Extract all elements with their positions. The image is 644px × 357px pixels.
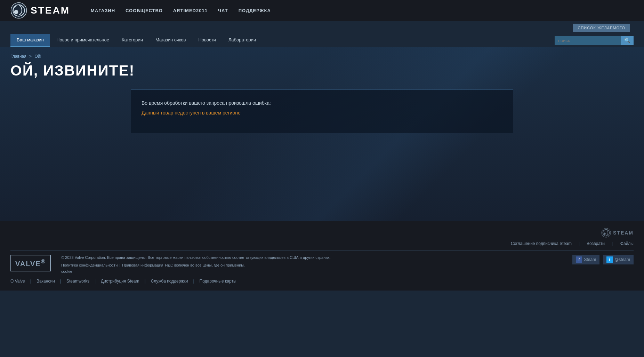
footer-bl-sep-1: | [30,279,31,284]
footer-link-privacy[interactable]: Политика конфиденциальности [61,263,118,267]
main-content: Главная > Ой! ОЙ, ИЗВИНИТЕ! Во время обр… [0,47,644,221]
footer-steam-logo-row: STEAM [10,228,634,238]
footer-main: VALVE® © 2023 Valve Corporation. Все пра… [10,255,634,273]
search-button[interactable]: 🔍 [621,36,634,45]
site-header: STEAM МАГАЗИН СООБЩЕСТВО ARTIMED2011 ЧАТ… [0,0,644,21]
twitter-icon: t [606,256,613,263]
footer-twitter-link[interactable]: t @steam [603,255,634,264]
footer-link-legal[interactable]: Правовая информация [122,263,163,267]
footer-bl-sep-4: | [145,279,146,284]
footer-bl-sep-5: | [193,279,194,284]
sub-nav-points-shop[interactable]: Магазин очков [149,34,192,47]
sub-nav: Ваш магазин Новое и примечательное Катег… [10,34,262,47]
nav-chat[interactable]: ЧАТ [218,8,228,13]
steam-logo-text: STEAM [31,5,70,16]
footer-link-jobs[interactable]: Вакансии [37,279,55,284]
search-input[interactable] [555,36,621,45]
breadcrumb-separator: > [29,54,32,59]
footer-link-support-service[interactable]: Служба поддержки [151,279,188,284]
breadcrumb-home[interactable]: Главная [10,54,26,59]
steam-logo-icon [10,2,27,19]
svg-point-2 [14,10,18,14]
footer-bottom-links: О Valve | Вакансии | Steamworks | Дистри… [10,279,634,284]
footer-link-steamworks[interactable]: Steamworks [66,279,89,284]
sub-nav-news[interactable]: Новости [192,34,222,47]
breadcrumb: Главная > Ой! [10,54,634,59]
footer-link-returns[interactable]: Возвраты [587,241,605,246]
sub-nav-your-store[interactable]: Ваш магазин [10,34,50,47]
footer-steam-logo-text: STEAM [613,230,634,236]
nav-community[interactable]: СООБЩЕСТВО [126,8,163,13]
sub-header-top: СПИСОК ЖЕЛАЕМОГО [10,24,634,32]
footer-text-block: © 2023 Valve Corporation. Все права защи… [61,255,562,273]
footer-valve-logo: VALVE® [10,255,51,271]
error-detail: Данный товар недоступен в вашем регионе [142,110,502,116]
footer-steam-icon [601,228,611,238]
footer-link-subscriber-agreement[interactable]: Соглашение подписчика Steam [511,241,572,246]
wishlist-button[interactable]: СПИСОК ЖЕЛАЕМОГО [573,24,630,32]
footer-link-about-valve[interactable]: О Valve [10,279,25,284]
steam-logo[interactable]: STEAM [10,2,70,19]
footer-facebook-label: Steam [584,257,596,262]
sub-nav-categories[interactable]: Категории [115,34,149,47]
footer-link-files[interactable]: Файлы [620,241,634,246]
sub-nav-row: Ваш магазин Новое и примечательное Катег… [10,34,634,47]
footer-link-distribution[interactable]: Дистрибуция Steam [101,279,139,284]
nav-store[interactable]: МАГАЗИН [91,8,115,13]
footer-sep-1: | [579,241,580,246]
footer-link-gift-cards[interactable]: Подарочные карты [200,279,236,284]
footer-cookie-link[interactable]: cookie [61,269,72,273]
error-title: ОЙ, ИЗВИНИТЕ! [10,62,634,79]
nav-support[interactable]: ПОДДЕРЖКА [239,8,271,13]
footer-social: f Steam t @steam [572,255,634,264]
error-message: Во время обработки вашего запроса произо… [142,100,502,106]
svg-point-5 [604,233,606,235]
main-nav: МАГАЗИН СООБЩЕСТВО ARTIMED2011 ЧАТ ПОДДЕ… [91,8,271,13]
search-area: 🔍 [555,36,634,45]
footer-bl-sep-3: | [95,279,96,284]
footer-bl-sep-2: | [60,279,61,284]
error-box: Во время обработки вашего запроса произо… [131,89,513,133]
footer-twitter-label: @steam [614,257,630,262]
facebook-icon: f [576,256,582,263]
nav-username[interactable]: ARTIMED2011 [173,8,208,13]
breadcrumb-current: Ой! [34,54,41,59]
footer-links-top: Соглашение подписчика Steam | Возвраты |… [10,241,634,246]
sub-header: СПИСОК ЖЕЛАЕМОГО Ваш магазин Новое и при… [0,21,644,47]
footer-cookie: cookie [61,269,562,273]
footer-steam-logo-inner: STEAM [601,228,634,238]
site-footer: STEAM Соглашение подписчика Steam | Возв… [0,221,644,291]
footer-privacy-sep: | [119,263,120,267]
footer-facebook-link[interactable]: f Steam [572,255,599,264]
footer-privacy-links: Политика конфиденциальности | Правовая и… [61,263,562,267]
footer-divider [10,250,634,251]
footer-vat-notice: НДС включён во все цены, где он применим… [165,263,245,267]
footer-copyright: © 2023 Valve Corporation. Все права защи… [61,255,562,261]
sub-nav-labs[interactable]: Лаборатории [222,34,262,47]
sub-nav-new-noteworthy[interactable]: Новое и примечательное [50,34,115,47]
footer-sep-2: | [612,241,613,246]
